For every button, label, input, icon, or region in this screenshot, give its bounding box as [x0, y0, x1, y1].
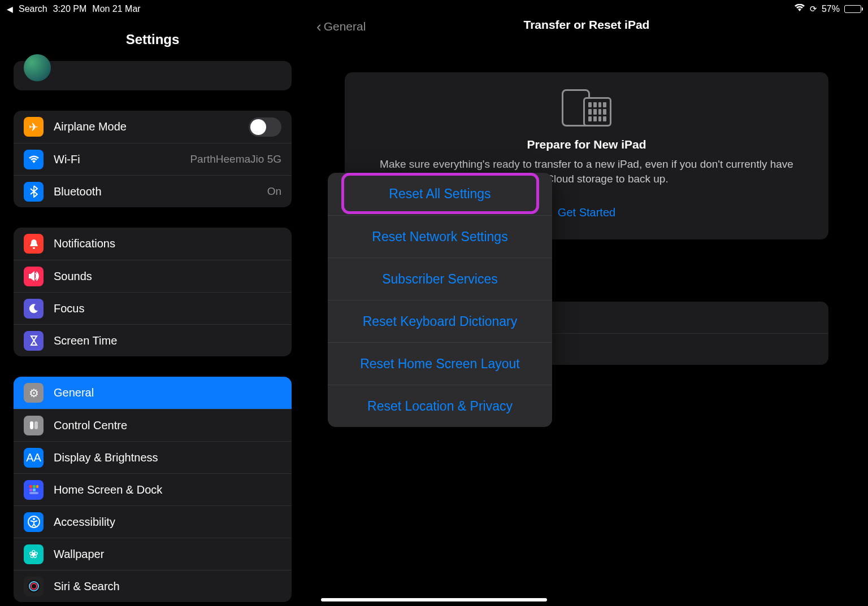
- moon-icon: [24, 299, 44, 319]
- screentime-row[interactable]: Screen Time: [14, 324, 292, 356]
- focus-label: Focus: [54, 302, 281, 315]
- battery-icon: [844, 5, 861, 13]
- battery-pct: 57%: [822, 4, 840, 14]
- bell-icon: [24, 234, 44, 254]
- reset-keyboard-dictionary[interactable]: Reset Keyboard Dictionary: [328, 300, 552, 342]
- accessibility-label: Accessibility: [54, 516, 281, 529]
- notifications-label: Notifications: [54, 237, 281, 250]
- svg-rect-6: [33, 489, 36, 491]
- svg-rect-2: [29, 485, 32, 488]
- home-indicator[interactable]: [321, 598, 547, 601]
- grid-icon: [24, 480, 44, 500]
- status-time: 3:20 PM: [53, 4, 87, 14]
- airplane-toggle[interactable]: [249, 117, 281, 137]
- back-caret-icon[interactable]: ◀: [7, 5, 13, 14]
- svg-point-9: [33, 518, 35, 520]
- status-date: Mon 21 Mar: [92, 4, 140, 14]
- page-title: Transfer or Reset iPad: [524, 18, 650, 32]
- reset-location-privacy[interactable]: Reset Location & Privacy: [328, 385, 552, 427]
- screentime-label: Screen Time: [54, 334, 281, 347]
- orientation-lock-icon: ⟳: [810, 4, 817, 14]
- homescreen-label: Home Screen & Dock: [54, 483, 281, 496]
- siri-label: Siri & Search: [54, 580, 281, 593]
- wifi-row-icon: [24, 150, 44, 169]
- back-label: General: [324, 20, 366, 33]
- siri-icon: [24, 577, 44, 596]
- airplane-mode-row[interactable]: ✈ Airplane Mode: [14, 111, 292, 143]
- reset-network-settings[interactable]: Reset Network Settings: [328, 215, 552, 258]
- control-centre-row[interactable]: Control Centre: [14, 409, 292, 441]
- airplane-icon: ✈: [24, 117, 44, 137]
- svg-rect-7: [29, 492, 38, 494]
- alerts-group: Notifications Sounds Focus Screen Time: [14, 228, 292, 356]
- speaker-icon: [24, 267, 44, 286]
- bluetooth-row[interactable]: Bluetooth On: [14, 175, 292, 207]
- status-back-app[interactable]: Search: [19, 4, 47, 14]
- gear-icon: ⚙: [24, 383, 44, 403]
- siri-row[interactable]: Siri & Search: [14, 570, 292, 602]
- sliders-icon: [24, 416, 44, 435]
- wallpaper-label: Wallpaper: [54, 548, 281, 561]
- svg-rect-5: [29, 489, 32, 491]
- reset-all-settings[interactable]: Reset All Settings: [328, 173, 552, 215]
- accessibility-icon: [24, 512, 44, 532]
- card-title: Prepare for New iPad: [362, 138, 811, 151]
- chevron-left-icon: ‹: [316, 19, 322, 34]
- reset-home-screen-layout[interactable]: Reset Home Screen Layout: [328, 342, 552, 385]
- display-label: Display & Brightness: [54, 451, 281, 464]
- settings-sidebar: Settings ✈ Airplane Mode Wi-Fi ParthHeem…: [0, 0, 305, 606]
- homescreen-row[interactable]: Home Screen & Dock: [14, 473, 292, 505]
- sounds-label: Sounds: [54, 270, 281, 283]
- notifications-row[interactable]: Notifications: [14, 228, 292, 260]
- devices-icon: [362, 89, 811, 127]
- bluetooth-value: On: [267, 185, 281, 198]
- svg-rect-0: [30, 421, 33, 429]
- general-label: General: [54, 386, 281, 399]
- apple-id-row[interactable]: [14, 61, 292, 90]
- svg-rect-4: [36, 485, 38, 488]
- sidebar-title: Settings: [0, 23, 305, 61]
- accessibility-row[interactable]: Accessibility: [14, 505, 292, 538]
- display-row[interactable]: AA Display & Brightness: [14, 441, 292, 473]
- system-group: ⚙ General Control Centre AA Display & Br…: [14, 377, 292, 602]
- bluetooth-label: Bluetooth: [54, 185, 267, 198]
- wifi-icon: [794, 4, 805, 14]
- flower-icon: ❀: [24, 544, 44, 564]
- wifi-value: ParthHeemaJio 5G: [190, 153, 281, 165]
- reset-popup: Reset All Settings Reset Network Setting…: [328, 173, 552, 427]
- hourglass-icon: [24, 331, 44, 351]
- back-button[interactable]: ‹ General: [316, 19, 366, 34]
- sounds-row[interactable]: Sounds: [14, 260, 292, 292]
- wallpaper-row[interactable]: ❀ Wallpaper: [14, 538, 292, 570]
- airplane-label: Airplane Mode: [54, 120, 249, 133]
- status-bar: ◀ Search 3:20 PM Mon 21 Mar ⟳ 57%: [0, 0, 868, 18]
- avatar-icon: [24, 54, 51, 81]
- general-row[interactable]: ⚙ General: [14, 377, 292, 409]
- svg-rect-3: [33, 485, 36, 488]
- subscriber-services[interactable]: Subscriber Services: [328, 258, 552, 300]
- control-centre-label: Control Centre: [54, 419, 281, 432]
- text-size-icon: AA: [24, 448, 44, 468]
- focus-row[interactable]: Focus: [14, 292, 292, 324]
- wifi-label: Wi-Fi: [54, 153, 190, 166]
- connectivity-group: ✈ Airplane Mode Wi-Fi ParthHeemaJio 5G B…: [14, 111, 292, 207]
- svg-rect-1: [34, 421, 38, 429]
- bluetooth-icon: [24, 182, 44, 202]
- wifi-row[interactable]: Wi-Fi ParthHeemaJio 5G: [14, 143, 292, 175]
